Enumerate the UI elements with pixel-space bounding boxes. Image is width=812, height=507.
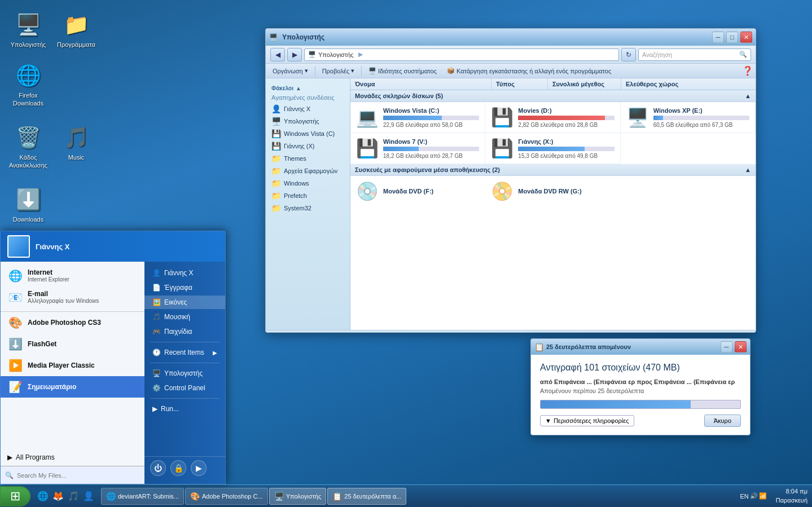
taskbar-item-deviantart[interactable]: 🌐 deviantART: Submis...	[101, 488, 184, 505]
back-button[interactable]: ◀	[270, 48, 285, 61]
forward-button[interactable]: ▶	[287, 48, 302, 61]
section-collapse-icon[interactable]: ▲	[745, 92, 751, 99]
desktop-icon-downloads[interactable]: ⬇️ Downloads	[6, 186, 51, 223]
start-right-user[interactable]: 👤 Γιάννης Χ	[144, 266, 225, 280]
start-search-bar[interactable]: 🔍	[1, 466, 144, 484]
sidebar-item-computer[interactable]: 🖥️ Υπολογιστής	[266, 115, 350, 127]
copy-cancel-button[interactable]: Άκυρο	[704, 415, 741, 427]
menu-views[interactable]: Προβολές ▾	[318, 65, 359, 76]
close-button[interactable]: ✕	[740, 32, 752, 43]
copy-close-btn[interactable]: ✕	[735, 341, 747, 352]
help-button[interactable]: ❓	[742, 65, 753, 76]
dvd-g-name: Μονάδα DVD RW (G:)	[518, 188, 581, 195]
sidebar-item-giannisX[interactable]: 💾 Γιάννης (X)	[266, 140, 350, 152]
menu-uninstall[interactable]: 📦 Κατάργηση εγκατάστασης ή αλλαγή ενός π…	[442, 65, 616, 76]
start-right-recent[interactable]: 🕐 Recent Items ▶	[144, 346, 225, 359]
refresh-button[interactable]: ↻	[621, 48, 636, 61]
search-bar[interactable]: Αναζήτηση 🔍	[638, 49, 751, 61]
start-item-photoshop[interactable]: 🎨 Adobe Photoshop CS3	[1, 312, 144, 333]
drive-x[interactable]: 💾 Γιάννης (X:) 15,3 GB ελεύθερα από 49,8…	[485, 133, 620, 164]
lock-button[interactable]: 🔒	[170, 460, 186, 476]
col-header-size[interactable]: Συνολικό μέγεθος	[548, 78, 621, 90]
col-header-type[interactable]: Τύπος	[491, 78, 548, 90]
menu-system-props[interactable]: 🖥️ Ιδιότητες συστήματος	[364, 65, 441, 76]
start-menu: Γιάννης Χ 🌐 Internet Internet Explorer 📧…	[0, 231, 226, 484]
desktop-icon-recycle[interactable]: 🗑️ Κάδος Ανακύκλωσης	[6, 124, 51, 170]
recent-icon: 🕐	[152, 349, 161, 356]
start-right-control[interactable]: ⚙️ Control Panel	[144, 381, 225, 395]
maximize-button[interactable]: □	[726, 32, 738, 43]
folders-header: Φάκελοι ▲	[266, 83, 350, 92]
start-right-music[interactable]: 🎵 Μουσική	[144, 310, 225, 324]
explorer-body: Φάκελοι ▲ Αγαπημένες συνδέσεις 👤 Γιάννης…	[266, 78, 756, 330]
desktop-icon-programs[interactable]: 📁 Προγράμματα	[54, 11, 99, 49]
col-header-free[interactable]: Ελεύθερος χώρος	[621, 78, 756, 90]
desktop-icon-computer[interactable]: 🖥️ Υπολογιστής	[6, 11, 51, 49]
sidebar-item-themes[interactable]: 📁 Themes	[266, 152, 350, 165]
start-button[interactable]: ⊞	[0, 486, 30, 506]
taskbar-item-photoshop[interactable]: 🎨 Adobe Photoshop C...	[185, 488, 268, 505]
uninstall-icon: 📦	[447, 67, 455, 74]
minimize-button[interactable]: ─	[712, 32, 724, 43]
start-item-email[interactable]: 📧 E-mail Αλληλογραφία των Windows	[1, 286, 144, 308]
email-name: E-mail	[28, 290, 99, 298]
drive-v[interactable]: 💾 Windows 7 (V:) 18,2 GB ελεύθερα από 28…	[350, 133, 485, 164]
quick-launch-ie[interactable]: 🌐	[36, 490, 50, 502]
start-item-ie[interactable]: 🌐 Internet Internet Explorer	[1, 265, 144, 286]
dvd-f[interactable]: 💿 Μονάδα DVD (F:)	[350, 176, 485, 206]
user-folder-icon: 👤	[152, 269, 161, 277]
menu-sep1	[315, 66, 315, 76]
quick-launch-user[interactable]: 👤	[82, 490, 95, 502]
taskbar: ⊞ 🌐 🦊 🎵 👤 🌐 deviantART: Submis... 🎨 Adob…	[0, 484, 812, 507]
sidebar-item-vistaC[interactable]: 💾 Windows Vista (C)	[266, 127, 350, 140]
copy-more-info-button[interactable]: ▼ Περισσότερες πληροφορίες	[540, 415, 634, 426]
start-all-programs[interactable]: ▶ All Programs	[1, 449, 144, 466]
sidebar-item-system32[interactable]: 📁 System32	[266, 202, 350, 214]
removable-collapse-icon[interactable]: ▲	[745, 166, 751, 173]
start-right-run[interactable]: ▶ Run...	[144, 402, 225, 416]
start-right-games[interactable]: 🎮 Παιχνίδια	[144, 325, 225, 338]
col-header-name[interactable]: Όνομα	[350, 78, 491, 90]
search-icon: 🔍	[5, 471, 14, 479]
taskbar-clock[interactable]: 8:04 πμ Παρασκευή	[771, 487, 812, 505]
drive-e[interactable]: 🖥️ Windows XP (E:) 60,5 GB ελεύθερα από …	[621, 102, 756, 133]
drive-x-fill	[518, 147, 585, 151]
desktop-icon-firefox[interactable]: 🌐 Firefox Downloads	[6, 62, 51, 108]
explorer-sidebar: Φάκελοι ▲ Αγαπημένες συνδέσεις 👤 Γιάννης…	[266, 78, 350, 330]
menu-organize[interactable]: Οργάνωση ▾	[268, 65, 313, 76]
quick-launch-media[interactable]: 🎵	[67, 490, 80, 502]
taskbar-item-copy[interactable]: 📋 25 δευτερόλεπτα α...	[327, 488, 406, 505]
arrow-button[interactable]: ▶	[191, 460, 207, 476]
sidebar-item-prefetch[interactable]: 📁 Prefetch	[266, 189, 350, 202]
drive-d-progress	[518, 116, 614, 120]
drive-c-size: 22,9 GB ελεύθερα από 58,0 GB	[383, 122, 479, 128]
address-bar[interactable]: 🖥️ Υπολογιστής ▶	[304, 49, 619, 61]
drive-v-fill	[383, 147, 419, 151]
programs-icon: 📁	[63, 11, 90, 38]
sidebar-item-appfiles[interactable]: 📁 Αρχεία Εφαρμογών	[266, 165, 350, 177]
start-menu-header: Γιάννης Χ	[1, 231, 225, 262]
start-item-flashget[interactable]: ⬇️ FlashGet	[1, 333, 144, 355]
quick-launch-firefox[interactable]: 🦊	[51, 490, 65, 502]
start-search-input[interactable]	[17, 472, 140, 479]
taskbar-item-computer[interactable]: 🖥️ Υπολογιστής	[269, 488, 327, 505]
language-indicator[interactable]: EN	[740, 493, 748, 500]
pictures-icon: 🖼️	[152, 298, 161, 306]
drive-e-fill	[653, 116, 663, 120]
sidebar-item-windows[interactable]: 📁 Windows	[266, 177, 350, 189]
clock-day: Παρασκευή	[776, 496, 807, 505]
drive-c[interactable]: 💻 Windows Vista (C:) 22,9 GB ελεύθερα απ…	[350, 102, 485, 133]
copy-minimize-btn[interactable]: ─	[721, 341, 732, 352]
start-right-documents[interactable]: 📄 Έγγραφα	[144, 281, 225, 294]
desktop-icon-music[interactable]: 🎵 Music	[54, 124, 99, 161]
start-item-notepad[interactable]: 📝 Σημειωματάριο	[1, 376, 144, 398]
start-right-pictures[interactable]: 🖼️ Εικόνες	[144, 296, 225, 309]
quick-launch: 🌐 🦊 🎵 👤	[33, 490, 99, 502]
drive-d[interactable]: 💾 Movies (D:) 2,82 GB ελεύθερα από 28,8 …	[485, 102, 620, 133]
start-right-computer[interactable]: 🖥️ Υπολογιστής	[144, 367, 225, 380]
power-button[interactable]: ⏻	[150, 460, 166, 476]
start-item-media-player[interactable]: ▶️ Media Player Classic	[1, 355, 144, 376]
sidebar-item-user[interactable]: 👤 Γιάννης Χ	[266, 103, 350, 115]
dvd-g[interactable]: 📀 Μονάδα DVD RW (G:)	[485, 176, 620, 206]
drive-d-fill	[518, 116, 604, 120]
